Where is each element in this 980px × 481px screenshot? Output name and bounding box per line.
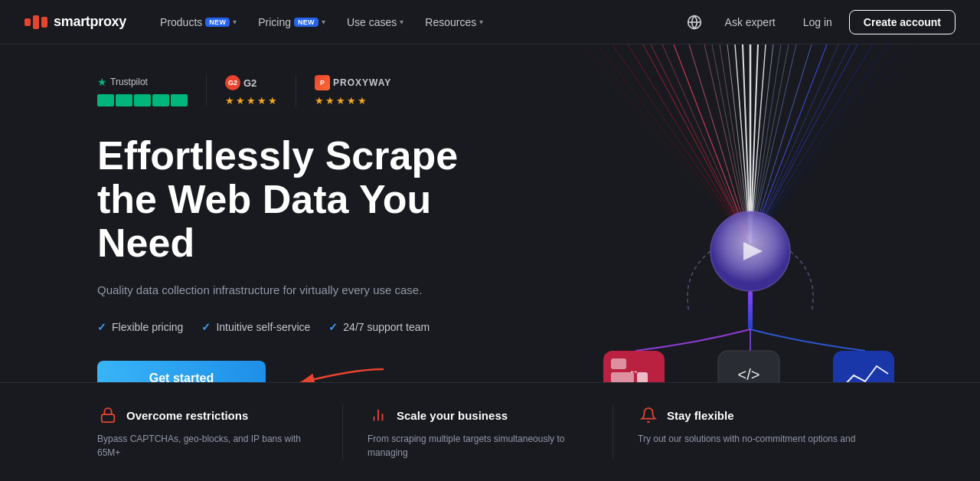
- g2-star-5: ★: [268, 95, 277, 106]
- svg-rect-39: [611, 358, 626, 369]
- tp-bar-1: [97, 94, 114, 106]
- bottom-feature-header-2: Scale your business: [368, 404, 588, 426]
- bf-desc-3: Try out our solutions with no-commitment…: [638, 432, 858, 446]
- logo-bar-3: [41, 17, 47, 28]
- logo-text: smartproxy: [54, 14, 126, 30]
- chevron-down-icon-resources: ▾: [479, 18, 483, 26]
- bf-desc-2: From scraping multiple targets simultane…: [368, 432, 588, 460]
- logo[interactable]: smartproxy: [24, 14, 126, 30]
- g2-stars: ★ ★ ★ ★ ★: [225, 95, 277, 106]
- pw-star-3: ★: [336, 95, 345, 106]
- nav-item-resources[interactable]: Resources ▾: [416, 11, 492, 33]
- nav-badge-products: NEW: [205, 18, 230, 27]
- pw-star-5: ★: [358, 95, 367, 106]
- bf-title-2: Scale your business: [397, 409, 508, 422]
- pw-star-2: ★: [325, 95, 335, 106]
- funnel-illustration: ↔ </>: [521, 44, 980, 420]
- feature-label-3: 24/7 support team: [343, 321, 430, 333]
- logo-bar-2: [33, 15, 39, 29]
- hero-subtitle: Quality data collection infrastructure f…: [97, 281, 480, 299]
- trustpilot-bars: [97, 94, 188, 106]
- chevron-down-icon-usecases: ▾: [400, 18, 403, 26]
- tp-bar-5: [171, 94, 188, 106]
- proxyway-icon: P: [315, 75, 330, 90]
- proxyway-logo: P PROXYWAY: [315, 75, 391, 90]
- bottom-feature-header-1: Overcome restrictions: [97, 404, 318, 426]
- chevron-down-icon-pricing: ▾: [322, 18, 325, 26]
- feature-flexible-pricing: ✓ Flexible pricing: [97, 321, 183, 333]
- feature-self-service: ✓ Intuitive self-service: [201, 321, 310, 333]
- svg-line-18: [612, 44, 750, 244]
- translate-button[interactable]: [681, 8, 708, 36]
- svg-line-20: [750, 44, 858, 244]
- svg-line-21: [750, 44, 873, 244]
- feature-label-2: Intuitive self-service: [216, 321, 310, 333]
- bell-icon: [638, 404, 659, 426]
- nav-item-pricing[interactable]: Pricing NEW ▾: [249, 11, 335, 33]
- svg-text:</>: </>: [738, 366, 760, 383]
- feature-support: ✓ 24/7 support team: [328, 321, 430, 333]
- g2-star-1: ★: [225, 95, 234, 106]
- features-list: ✓ Flexible pricing ✓ Intuitive self-serv…: [97, 321, 521, 333]
- trustpilot-logo: ★ Trustpilot: [97, 76, 188, 88]
- ask-expert-button[interactable]: Ask expert: [714, 11, 786, 33]
- nav-label-usecases: Use cases: [347, 16, 397, 28]
- nav-links: Products NEW ▾ Pricing NEW ▾ Use cases ▾…: [151, 11, 681, 33]
- bottom-features: Overcome restrictions Bypass CAPTCHAs, g…: [0, 382, 980, 481]
- pw-star-1: ★: [315, 95, 324, 106]
- chart-icon: [368, 404, 389, 426]
- bottom-feature-flexible: Stay flexible Try out our solutions with…: [612, 404, 883, 460]
- login-button[interactable]: Log in: [792, 11, 843, 33]
- bf-title-1: Overcome restrictions: [126, 409, 248, 422]
- bottom-feature-header-3: Stay flexible: [638, 404, 858, 426]
- right-visual: ↔ </>: [521, 44, 980, 420]
- tp-bar-3: [134, 94, 151, 106]
- g2-label: G2: [243, 77, 256, 89]
- nav-badge-pricing: NEW: [294, 18, 318, 27]
- g2-star-2: ★: [236, 95, 245, 106]
- trustpilot-label: Trustpilot: [110, 77, 148, 87]
- proxyway-stars: ★ ★ ★ ★ ★: [315, 95, 391, 106]
- nav-item-usecases[interactable]: Use cases ▾: [338, 11, 413, 33]
- navbar: smartproxy Products NEW ▾ Pricing NEW ▾ …: [0, 0, 980, 44]
- g2-rating: G2 G2 ★ ★ ★ ★ ★: [206, 75, 296, 106]
- bottom-feature-scale: Scale your business From scraping multip…: [342, 404, 612, 460]
- ratings-row: ★ Trustpilot G2 G2 ★: [97, 75, 521, 106]
- g2-star-4: ★: [257, 95, 266, 106]
- svg-rect-46: [102, 414, 115, 422]
- check-icon-2: ✓: [201, 321, 211, 333]
- logo-icon: [24, 15, 47, 29]
- svg-line-16: [643, 44, 750, 244]
- trustpilot-rating: ★ Trustpilot: [97, 76, 206, 106]
- check-icon-1: ✓: [97, 321, 106, 333]
- svg-line-17: [628, 44, 750, 244]
- svg-text:↔: ↔: [629, 365, 639, 378]
- bf-title-3: Stay flexible: [667, 409, 734, 422]
- create-account-button[interactable]: Create account: [849, 10, 956, 34]
- nav-item-products[interactable]: Products NEW ▾: [151, 11, 246, 33]
- feature-label-1: Flexible pricing: [112, 321, 183, 333]
- pw-star-4: ★: [347, 95, 356, 106]
- g2-logo: G2 G2: [225, 75, 277, 90]
- nav-label-products: Products: [160, 16, 202, 28]
- trustpilot-star-icon: ★: [97, 76, 107, 88]
- main-content: ★ Trustpilot G2 G2 ★: [0, 44, 980, 481]
- logo-bar-1: [24, 18, 31, 26]
- svg-line-22: [750, 44, 888, 244]
- proxyway-label: PROXYWAY: [333, 77, 391, 88]
- nav-label-pricing: Pricing: [258, 16, 291, 28]
- g2-star-3: ★: [247, 95, 256, 106]
- nav-label-resources: Resources: [425, 16, 476, 28]
- g2-circle-icon: G2: [225, 75, 240, 90]
- tp-bar-4: [152, 94, 169, 106]
- tp-bar-2: [116, 94, 132, 106]
- chevron-down-icon-products: ▾: [233, 18, 237, 26]
- bf-desc-1: Bypass CAPTCHAs, geo-blocks, and IP bans…: [97, 432, 318, 460]
- proxyway-rating: P PROXYWAY ★ ★ ★ ★ ★: [296, 75, 410, 106]
- bottom-feature-restrictions: Overcome restrictions Bypass CAPTCHAs, g…: [97, 404, 342, 460]
- svg-rect-37: [748, 291, 753, 329]
- check-icon-3: ✓: [328, 321, 338, 333]
- nav-right: Ask expert Log in Create account: [681, 8, 956, 36]
- lock-icon: [97, 404, 119, 426]
- hero-title: Effortlessly Scrape the Web Data You Nee…: [97, 134, 521, 266]
